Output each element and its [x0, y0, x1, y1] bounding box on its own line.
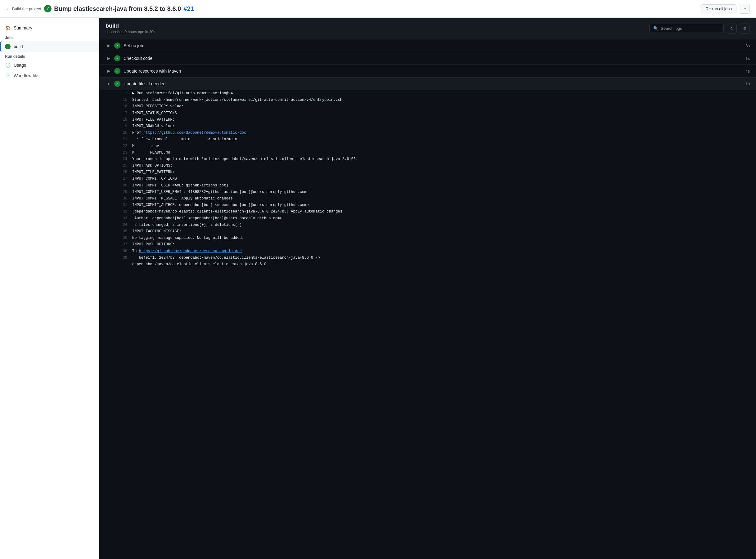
log-link[interactable]: https://github.com/dadoonet/demo-automat…	[139, 249, 242, 253]
step-set-up-job[interactable]: ▶ ✓ Set up job 3s	[99, 39, 756, 52]
step-name-update-files: Update files if needed	[124, 81, 746, 86]
log-line-text: Started: bash /home/runner/work/_actions…	[132, 97, 342, 103]
log-line-num: 16	[118, 104, 127, 110]
step-duration-update-files: 1s	[746, 82, 750, 86]
log-line-text: befe1f1..2e247b3 dependabot/maven/co.ela…	[132, 255, 320, 261]
step-update-files[interactable]: ▼ ✓ Update files if needed 1s	[99, 77, 756, 90]
log-line-text: INPUT_COMMIT_MESSAGE: Apply automatic ch…	[132, 196, 233, 202]
log-line-text: From https://github.com/dadoonet/demo-au…	[132, 130, 246, 136]
settings-button[interactable]: ⚙	[740, 24, 750, 33]
log-line: 34 2 files changed, 2 insertions(+), 2 d…	[99, 222, 756, 228]
log-line: 33 Author: dependabot[bot] <dependabot[b…	[99, 215, 756, 222]
step-success-icon: ✓	[114, 81, 121, 87]
build-job-label: build	[14, 44, 23, 49]
log-line-num: 23	[118, 150, 127, 156]
log-line-num: 25	[118, 163, 127, 169]
log-line-text: To https://github.com/dadoonet/demo-auto…	[132, 248, 242, 254]
top-bar-left: ← Build the project ✓ Bump elasticsearch…	[6, 5, 194, 13]
sidebar-item-workflow-file[interactable]: 📄 Workflow file	[0, 70, 99, 81]
build-header-actions: 🔍 ↻ ⚙	[649, 24, 750, 33]
log-line-text: INPUT_STATUS_OPTIONS:	[132, 110, 179, 116]
summary-label: Summary	[14, 25, 32, 30]
log-line: 29 INPUT_COMMIT_USER_EMAIL: 41898282+git…	[99, 189, 756, 196]
log-line-text: Your branch is up to date with 'origin/d…	[132, 156, 358, 162]
log-line-num: 22	[118, 143, 127, 149]
gear-icon: ⚙	[743, 26, 747, 31]
build-success-badge: ✓	[5, 44, 10, 49]
build-meta: succeeded 9 hours ago in 30s	[106, 30, 155, 34]
log-link[interactable]: https://github.com/dadoonet/demo-automat…	[144, 131, 246, 135]
success-icon-large: ✓	[44, 5, 51, 13]
search-logs-input[interactable]	[661, 26, 720, 31]
log-line-text: INPUT_ADD_OPTIONS:	[132, 163, 173, 169]
log-line-text: No tagging message supplied. No tag will…	[132, 235, 244, 241]
log-line: 37 INPUT_PUSH_OPTIONS:	[99, 241, 756, 248]
log-line: 19 INPUT_BRANCH value:	[99, 123, 756, 130]
log-line-num: 20	[118, 130, 127, 136]
file-icon: 📄	[5, 73, 10, 79]
step-name-checkout-code: Checkout code	[124, 56, 746, 61]
clock-icon: 🕐	[5, 62, 10, 68]
step-success-icon: ✓	[114, 43, 121, 49]
log-line-num: 15	[118, 97, 127, 103]
log-line-text: dependabot/maven/co.elastic.clients-elas…	[132, 262, 266, 267]
chevron-right-icon: ▶	[106, 55, 112, 62]
log-line: 22 M .env	[99, 143, 756, 150]
log-line-text: INPUT_COMMIT_AUTHOR: dependabot[bot] <de…	[132, 202, 309, 208]
main-layout: 🏠 Summary Jobs ✓ build Run details 🕐 Usa…	[0, 18, 756, 559]
log-line-num: 32	[118, 209, 127, 215]
log-line: 1 ▶ Run stefanzweifel/git-auto-commit-ac…	[99, 90, 756, 97]
log-line-text: INPUT_FILE_PATTERN: .	[132, 117, 179, 123]
log-line: dependabot/maven/co.elastic.clients-elas…	[99, 261, 756, 268]
steps-list: ▶ ✓ Set up job 3s ▶ ✓ Checkout code 1s ▶…	[99, 39, 756, 268]
log-line-text: INPUT_COMMIT_OPTIONS:	[132, 176, 179, 182]
log-line: 35 INPUT_TAGGING_MESSAGE:	[99, 228, 756, 235]
log-line-text: * [new branch] main -> origin/main	[132, 136, 237, 142]
pr-number[interactable]: #21	[183, 5, 194, 13]
search-logs-container[interactable]: 🔍	[649, 24, 724, 33]
back-link-label: Build the project	[12, 6, 41, 11]
jobs-section-label: Jobs	[0, 33, 99, 41]
log-line-num: 29	[118, 189, 127, 195]
refresh-button[interactable]: ↻	[727, 24, 737, 33]
log-line-text: 2 files changed, 2 insertions(+), 2 dele…	[132, 222, 242, 228]
build-title: build	[106, 23, 155, 29]
back-link[interactable]: ← Build the project	[6, 6, 41, 11]
usage-label: Usage	[14, 63, 26, 68]
log-line: 17 INPUT_STATUS_OPTIONS:	[99, 110, 756, 117]
log-line-num: 36	[118, 235, 127, 241]
log-line: 24 Your branch is up to date with 'origi…	[99, 156, 756, 162]
step-update-resources[interactable]: ▶ ✓ Update resources with Maven 4s	[99, 65, 756, 77]
sidebar-item-usage[interactable]: 🕐 Usage	[0, 60, 99, 70]
log-line: 16 INPUT_REPOSITORY value: .	[99, 103, 756, 110]
log-line: 15 Started: bash /home/runner/work/_acti…	[99, 97, 756, 103]
log-line-text: INPUT_TAGGING_MESSAGE:	[132, 229, 181, 234]
log-line-num: 1	[118, 91, 127, 96]
sidebar-item-summary[interactable]: 🏠 Summary	[0, 23, 99, 33]
log-line-text: M .env	[132, 143, 159, 149]
log-line: 26 INPUT_FILE_PATTERN: .	[99, 169, 756, 176]
more-options-button[interactable]: ···	[739, 4, 750, 14]
page-title: ✓ Bump elasticsearch-java from 8.5.2 to …	[44, 5, 194, 13]
run-details-label: Run details	[0, 52, 99, 60]
log-line: 39 befe1f1..2e247b3 dependabot/maven/co.…	[99, 255, 756, 261]
main-content: build succeeded 9 hours ago in 30s 🔍 ↻ ⚙	[99, 18, 756, 559]
log-line-text: INPUT_BRANCH value:	[132, 124, 175, 129]
step-checkout-code[interactable]: ▶ ✓ Checkout code 1s	[99, 52, 756, 65]
page-title-text: Bump elasticsearch-java from 8.5.2 to 8.…	[54, 5, 181, 13]
log-line: 31 INPUT_COMMIT_AUTHOR: dependabot[bot] …	[99, 202, 756, 208]
sidebar-item-build[interactable]: ✓ build	[0, 41, 99, 52]
home-icon: 🏠	[5, 25, 10, 31]
chevron-right-icon: ▶	[106, 43, 112, 49]
log-line: 38 To https://github.com/dadoonet/demo-a…	[99, 248, 756, 255]
log-line-text: ▶ Run stefanzweifel/git-auto-commit-acti…	[132, 91, 233, 96]
arrow-left-icon: ←	[6, 6, 10, 11]
rerun-all-jobs-button[interactable]: Re-run all jobs	[701, 4, 736, 13]
log-line: 18 INPUT_FILE_PATTERN: .	[99, 117, 756, 123]
log-line-text: [dependabot/maven/co.elastic.clients-ela…	[132, 209, 342, 215]
step-success-icon: ✓	[114, 68, 121, 74]
log-line-num: 38	[118, 248, 127, 254]
log-line-num: 17	[118, 110, 127, 116]
log-line-text: INPUT_COMMIT_USER_EMAIL: 41898282+github…	[132, 189, 307, 195]
chevron-down-icon: ▼	[106, 81, 112, 87]
